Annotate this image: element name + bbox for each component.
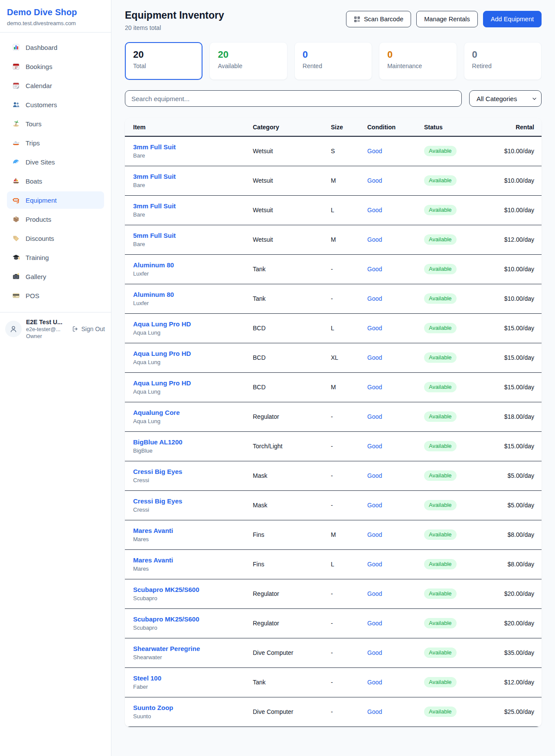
item-name-link[interactable]: BigBlue AL1200 [133, 438, 253, 446]
column-header-status[interactable]: Status [424, 118, 486, 136]
item-size: - [331, 461, 367, 491]
condition-link[interactable]: Good [367, 236, 382, 243]
stat-card[interactable]: 0 Rented [294, 42, 372, 80]
item-rental-rate: $10.00/day [486, 284, 542, 314]
item-name-link[interactable]: 3mm Full Suit [133, 143, 253, 151]
stats-row: 20 Total 20 Available 0 Rented 0 Mainten… [125, 42, 542, 80]
item-category: BCD [253, 373, 331, 402]
condition-link[interactable]: Good [367, 207, 382, 214]
item-name-link[interactable]: Cressi Big Eyes [133, 468, 253, 475]
condition-link[interactable]: Good [367, 325, 382, 332]
sidebar-item-label: POS [26, 292, 39, 299]
category-select[interactable]: All Categories [469, 90, 542, 107]
condition-link[interactable]: Good [367, 177, 382, 184]
search-input[interactable] [125, 90, 462, 107]
item-name-link[interactable]: 5mm Full Suit [133, 232, 253, 239]
condition-link[interactable]: Good [367, 413, 382, 420]
item-category: Tank [253, 668, 331, 697]
sidebar-item[interactable]: Discounts [7, 230, 104, 247]
scan-barcode-button[interactable]: Scan Barcode [346, 11, 411, 27]
user-name: E2E Test U... [26, 319, 68, 325]
condition-link[interactable]: Good [367, 354, 382, 361]
item-brand: Bare [133, 182, 253, 188]
condition-link[interactable]: Good [367, 384, 382, 391]
item-name-link[interactable]: Cressi Big Eyes [133, 497, 253, 505]
item-name-link[interactable]: Aqua Lung Pro HD [133, 320, 253, 328]
condition-link[interactable]: Good [367, 295, 382, 302]
sidebar-item[interactable]: Tours [7, 115, 104, 132]
stat-label: Maintenance [387, 62, 448, 69]
item-category: Fins [253, 520, 331, 550]
stat-label: Total [133, 62, 194, 69]
sidebar-item[interactable]: Boats [7, 172, 104, 190]
sidebar-item[interactable]: Customers [7, 96, 104, 113]
person-icon [9, 325, 18, 333]
sidebar-item[interactable]: Training [7, 249, 104, 266]
item-name-link[interactable]: Aqua Lung Pro HD [133, 350, 253, 357]
condition-link[interactable]: Good [367, 148, 382, 154]
stat-card[interactable]: 0 Retired [464, 42, 542, 80]
item-rental-rate: $8.00/day [486, 520, 542, 550]
sidebar-item[interactable]: Equipment [7, 191, 104, 209]
sidebar-item[interactable]: POS [7, 287, 104, 304]
column-header-size[interactable]: Size [331, 118, 367, 136]
item-name-link[interactable]: Scubapro MK25/S600 [133, 615, 253, 623]
sidebar-item-label: Boats [26, 177, 42, 185]
sidebar-item[interactable]: Dashboard [7, 39, 104, 56]
status-badge: Available [424, 470, 457, 481]
item-category: Tank [253, 255, 331, 284]
column-header-category[interactable]: Category [253, 118, 331, 136]
item-name-link[interactable]: Suunto Zoop [133, 704, 253, 711]
condition-link[interactable]: Good [367, 561, 382, 568]
item-category: Wetsuit [253, 166, 331, 196]
condition-link[interactable]: Good [367, 590, 382, 597]
sidebar-item-icon [12, 158, 20, 166]
item-name-link[interactable]: Scubapro MK25/S600 [133, 586, 253, 593]
item-name-link[interactable]: Steel 100 [133, 674, 253, 682]
stat-card[interactable]: 20 Available [209, 42, 287, 80]
item-name-link[interactable]: Mares Avanti [133, 527, 253, 534]
equipment-table-card: Item Category Size Condition Status Rent… [125, 118, 542, 727]
condition-link[interactable]: Good [367, 502, 382, 509]
condition-link[interactable]: Good [367, 266, 382, 273]
item-name-link[interactable]: Aqualung Core [133, 409, 253, 416]
sidebar-item[interactable]: Calendar [7, 77, 104, 94]
sign-out-button[interactable]: Sign Out [72, 325, 105, 332]
item-category: Dive Computer [253, 697, 331, 727]
item-name-link[interactable]: 3mm Full Suit [133, 173, 253, 180]
item-name-link[interactable]: 3mm Full Suit [133, 202, 253, 210]
item-name-link[interactable]: Shearwater Peregrine [133, 645, 253, 652]
item-rental-rate: $25.00/day [486, 697, 542, 727]
sidebar-nav: Dashboard Bookings Calendar Customers To… [0, 33, 111, 309]
stat-card[interactable]: 20 Total [125, 42, 202, 80]
column-header-item[interactable]: Item [125, 118, 253, 136]
stat-card[interactable]: 0 Maintenance [379, 42, 457, 80]
condition-link[interactable]: Good [367, 620, 382, 627]
item-name-link[interactable]: Mares Avanti [133, 556, 253, 564]
stat-value: 0 [387, 49, 448, 60]
condition-link[interactable]: Good [367, 443, 382, 450]
item-name-link[interactable]: Aluminum 80 [133, 261, 253, 269]
add-equipment-button[interactable]: Add Equipment [483, 11, 542, 27]
manage-rentals-button[interactable]: Manage Rentals [416, 11, 478, 27]
sidebar-item[interactable]: Gallery [7, 268, 104, 285]
sidebar-item-label: Dashboard [26, 44, 57, 51]
item-name-link[interactable]: Aluminum 80 [133, 291, 253, 298]
condition-link[interactable]: Good [367, 679, 382, 686]
condition-link[interactable]: Good [367, 531, 382, 538]
column-header-condition[interactable]: Condition [367, 118, 424, 136]
sidebar-item[interactable]: Bookings [7, 58, 104, 75]
sidebar-item[interactable]: Products [7, 210, 104, 228]
column-header-rental[interactable]: Rental [486, 118, 542, 136]
condition-link[interactable]: Good [367, 708, 382, 715]
condition-link[interactable]: Good [367, 472, 382, 479]
item-category: Fins [253, 550, 331, 579]
item-category: Mask [253, 491, 331, 520]
sidebar-item[interactable]: Trips [7, 134, 104, 151]
status-badge: Available [424, 500, 457, 510]
shop-header: Demo Dive Shop demo.test.divestreams.com [0, 0, 111, 33]
table-row: Aqua Lung Pro HD Aqua Lung BCD XL Good A… [125, 343, 542, 373]
condition-link[interactable]: Good [367, 649, 382, 656]
sidebar-item[interactable]: Dive Sites [7, 153, 104, 171]
item-name-link[interactable]: Aqua Lung Pro HD [133, 379, 253, 387]
